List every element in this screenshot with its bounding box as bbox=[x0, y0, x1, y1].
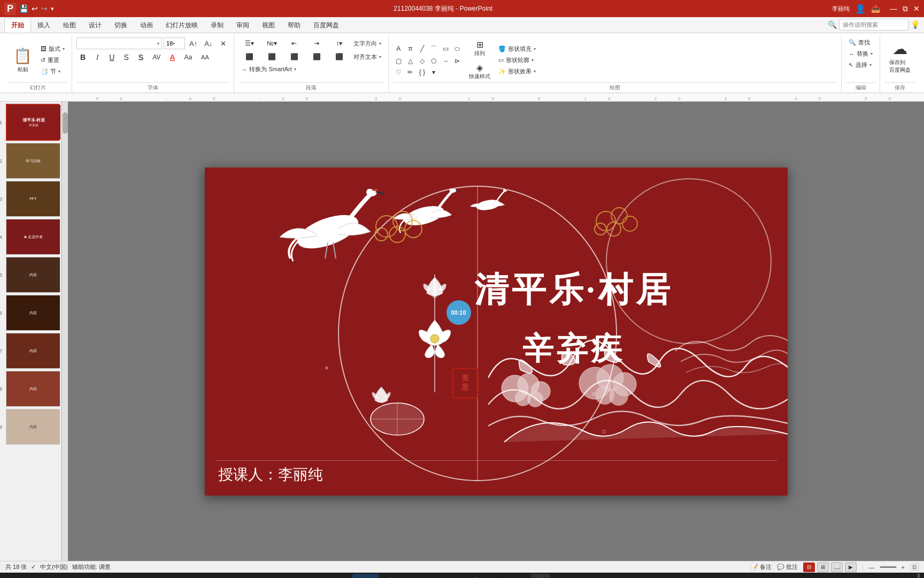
tab-insert[interactable]: 插入 bbox=[31, 18, 57, 33]
zoom-slider[interactable]: ━━━━━ bbox=[880, 564, 896, 570]
freeform-tool[interactable]: ✏ bbox=[405, 67, 415, 78]
slide-thumb-5[interactable]: 内容 bbox=[6, 257, 59, 293]
triangle-tool[interactable]: △ bbox=[405, 56, 415, 66]
all-caps-button[interactable]: AA bbox=[197, 52, 213, 63]
view-reading-button[interactable]: 📖 bbox=[831, 562, 843, 572]
more-shapes[interactable]: ▾ bbox=[428, 67, 439, 78]
extra-shapes[interactable]: { } bbox=[417, 67, 427, 78]
line-tool[interactable]: ╱ bbox=[417, 43, 427, 55]
tab-transitions[interactable]: 切换 bbox=[108, 18, 134, 33]
font-size-aa-button[interactable]: Aa bbox=[180, 51, 196, 63]
line-spacing-button[interactable]: ↕▾ bbox=[328, 37, 350, 49]
taskbar-mail[interactable]: ✉ bbox=[424, 574, 443, 578]
slide-thumb-9[interactable]: 内容 bbox=[6, 409, 59, 445]
save-to-baidu-button[interactable]: ☁ 保存到百度网盘 bbox=[884, 37, 915, 77]
taskbar-assistant[interactable]: 👤 bbox=[467, 574, 486, 578]
tab-record[interactable]: 录制 bbox=[204, 18, 230, 33]
decrease-indent-button[interactable]: ⇤ bbox=[283, 37, 305, 49]
slide-subtitle[interactable]: 辛弃疾 bbox=[403, 328, 745, 370]
tab-animations[interactable]: 动画 bbox=[134, 18, 159, 33]
clear-format-button[interactable]: ✕ bbox=[217, 38, 229, 49]
arrange-button[interactable]: ⊞ 排列 bbox=[465, 37, 494, 59]
taskbar-powerpoint[interactable]: P bbox=[531, 574, 550, 578]
comments-button[interactable]: 💬 批注 bbox=[777, 563, 798, 571]
text-shadow-button[interactable]: S bbox=[134, 51, 147, 64]
slide-thumb-6[interactable]: 内容 bbox=[6, 295, 59, 331]
slide-thumb-2[interactable]: 学习目标 bbox=[6, 143, 59, 179]
tab-home[interactable]: 开始 bbox=[4, 18, 31, 33]
increase-indent-button[interactable]: ⇥ bbox=[306, 37, 327, 49]
save-icon[interactable]: 💾 bbox=[19, 4, 28, 13]
align-text-button[interactable]: 对齐文本▾ bbox=[351, 52, 384, 62]
taskbar-ie[interactable]: ě bbox=[445, 574, 465, 578]
arrow-tool[interactable]: → bbox=[440, 56, 451, 66]
quick-styles-button[interactable]: ◈ 快速样式 bbox=[465, 60, 494, 82]
strikethrough-button[interactable]: S bbox=[120, 51, 133, 64]
select-button[interactable]: ↖ 选择 ▾ bbox=[846, 60, 874, 70]
zoom-out-button[interactable]: — bbox=[869, 564, 875, 571]
shape-outline-button[interactable]: ▭形状轮廓▾ bbox=[496, 55, 538, 65]
chevron-tool[interactable]: ⊳ bbox=[452, 56, 463, 66]
text-direction-button[interactable]: 文字方向▾ bbox=[351, 39, 384, 49]
columns-button[interactable]: ⬛ bbox=[328, 51, 350, 63]
start-button[interactable]: ⊞ bbox=[4, 574, 24, 578]
oval-tool[interactable]: ⬭ bbox=[452, 43, 463, 55]
align-center-button[interactable]: ⬛ bbox=[261, 51, 282, 63]
restore-icon[interactable]: ⧉ bbox=[903, 4, 908, 13]
equation-tool[interactable]: π bbox=[405, 43, 415, 55]
share-icon[interactable]: 📤 bbox=[871, 4, 880, 13]
font-size-selector[interactable]: 18 ▾ bbox=[164, 37, 185, 49]
align-left-button[interactable]: ⬛ bbox=[238, 51, 260, 63]
view-slide-sorter-button[interactable]: ⊞ bbox=[817, 562, 829, 572]
slide-author-area[interactable]: 授课人：李丽纯 bbox=[218, 465, 323, 485]
vertical-scrollbar[interactable] bbox=[61, 102, 68, 561]
shape-effects-button[interactable]: ✨形状效果▾ bbox=[496, 66, 538, 77]
shape-fill-button[interactable]: 🪣形状填充▾ bbox=[496, 44, 538, 54]
notes-button[interactable]: 📝 备注 bbox=[751, 563, 772, 571]
slide-thumb-3[interactable]: PPT bbox=[6, 181, 59, 217]
format-button[interactable]: 🖼版式▾ bbox=[38, 44, 67, 54]
diamond-tool[interactable]: ◇ bbox=[417, 56, 427, 66]
close-icon[interactable]: ✕ bbox=[913, 4, 920, 13]
rounded-rect-tool[interactable]: ▢ bbox=[393, 56, 404, 66]
align-right-button[interactable]: ⬛ bbox=[283, 51, 305, 63]
slide-canvas[interactable]: 00:10 美 意 清平乐·村居 辛弃疾 授课人：李丽纯 bbox=[205, 168, 788, 496]
tab-view[interactable]: 视图 bbox=[256, 18, 281, 33]
taskbar-file-explorer[interactable]: 📁 bbox=[403, 574, 422, 578]
tab-slideshow[interactable]: 幻灯片放映 bbox=[159, 18, 204, 33]
replace-button[interactable]: ↔ 替换 ▾ bbox=[846, 49, 875, 59]
tab-baidu[interactable]: 百度网盘 bbox=[307, 18, 345, 33]
convert-smartart-button[interactable]: →转换为 SmartArt▾ bbox=[238, 64, 298, 74]
char-spacing-button[interactable]: AV bbox=[149, 51, 164, 63]
heart-tool[interactable]: ♡ bbox=[393, 67, 404, 78]
timer-badge[interactable]: 00:10 bbox=[446, 300, 471, 325]
undo-icon[interactable]: ↩ bbox=[32, 4, 38, 13]
bullets-button[interactable]: ☰▾ bbox=[238, 37, 260, 49]
text-box-tool[interactable]: A bbox=[393, 43, 404, 55]
justify-button[interactable]: ⬛ bbox=[306, 51, 327, 63]
underline-button[interactable]: U bbox=[105, 51, 118, 64]
taskbar-wechat[interactable]: 💬 bbox=[488, 574, 507, 578]
font-name-selector[interactable]: ▾ bbox=[76, 37, 162, 49]
increase-font-button[interactable]: A↑ bbox=[187, 38, 200, 49]
ai-button[interactable]: Ai bbox=[352, 574, 379, 578]
rect-tool[interactable]: ▭ bbox=[440, 43, 451, 55]
view-normal-button[interactable]: ⊟ bbox=[803, 562, 815, 572]
section-button[interactable]: 📑节▾ bbox=[38, 66, 67, 77]
curve-tool[interactable]: ⌒ bbox=[428, 43, 439, 55]
slide-thumb-8[interactable]: 内容 bbox=[6, 371, 59, 407]
italic-button[interactable]: I bbox=[91, 51, 104, 64]
pentagon-tool[interactable]: ⬠ bbox=[428, 56, 439, 66]
taskbar-arrow-app[interactable]: ➡ bbox=[510, 574, 529, 578]
show-desktop-button[interactable] bbox=[918, 574, 920, 578]
slide-thumb-7[interactable]: 内容 bbox=[6, 333, 59, 369]
bold-button[interactable]: B bbox=[76, 51, 89, 64]
search-button[interactable]: 🔍 bbox=[27, 574, 46, 578]
zoom-fit-button[interactable]: ⊡ bbox=[910, 564, 919, 571]
numbering-button[interactable]: №▾ bbox=[261, 37, 282, 49]
paste-button[interactable]: 📋 粘贴 bbox=[9, 44, 37, 76]
search-input[interactable] bbox=[839, 19, 908, 31]
zoom-in-button[interactable]: + bbox=[902, 564, 905, 571]
redo-icon[interactable]: ↪ bbox=[41, 4, 48, 13]
tab-draw[interactable]: 绘图 bbox=[57, 18, 82, 33]
